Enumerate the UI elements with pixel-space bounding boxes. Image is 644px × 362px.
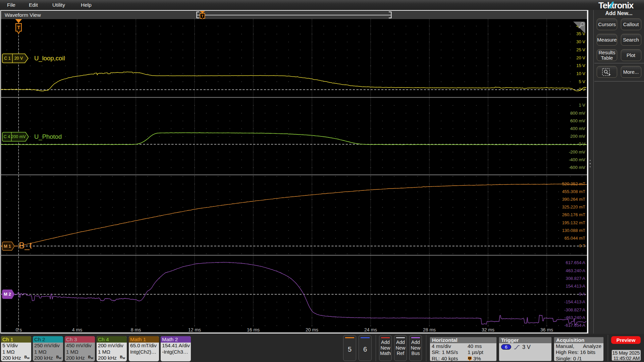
svg-text:M 1: M 1 bbox=[4, 244, 11, 249]
svg-text:200 mV: 200 mV bbox=[11, 134, 26, 139]
svg-text:C 1: C 1 bbox=[4, 56, 11, 61]
svg-text:20 V: 20 V bbox=[14, 56, 23, 61]
svg-text:T: T bbox=[17, 24, 20, 30]
svg-text:T: T bbox=[469, 357, 471, 360]
svg-text:C 4: C 4 bbox=[4, 134, 10, 139]
svg-text:M 2: M 2 bbox=[4, 292, 11, 297]
